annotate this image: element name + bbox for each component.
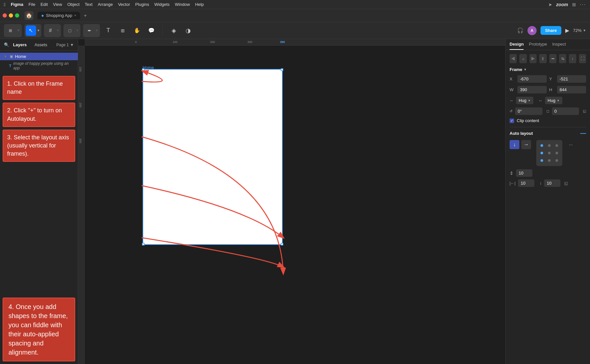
vector-menu[interactable]: Vector [118, 2, 130, 7]
align-middle[interactable]: ━ [549, 54, 556, 63]
maximize-window[interactable] [15, 13, 19, 18]
align-dot-tc [548, 144, 551, 147]
share-button[interactable]: Share [541, 26, 561, 35]
step1-text: 1. Click on the Frame name [7, 80, 63, 95]
align-left[interactable]: ⫷ [510, 54, 517, 63]
frame-handle-br[interactable] [281, 243, 283, 245]
distribute-v[interactable]: ↕ [569, 54, 576, 63]
inspect-tab[interactable]: Inspect [552, 42, 566, 50]
zoom-control[interactable]: 72% ▼ [573, 28, 586, 33]
autolayout-more-button[interactable]: ··· [566, 140, 575, 149]
text-layer-item[interactable]: T image of happy people using an app [0, 60, 78, 71]
padding-corner-icon: ◱ [564, 181, 568, 186]
hug-y-arrows: ↔ [539, 98, 542, 103]
widgets-menu[interactable]: Widgets [154, 2, 170, 7]
tool-group-select: ⊞ ▼ [4, 24, 22, 37]
align-center-h[interactable]: ⬦ [519, 54, 527, 63]
move-tool[interactable]: ↖ [26, 25, 36, 36]
frame-handle-bl[interactable] [142, 243, 145, 245]
frame-handle-tr[interactable] [281, 68, 283, 71]
direction-right-button[interactable]: → [521, 140, 531, 149]
arrange-menu[interactable]: Arrange [98, 2, 113, 7]
figma-menu[interactable]: Figma [11, 2, 23, 7]
hug-x-value[interactable]: Hug ▼ [516, 97, 533, 104]
clip-content-label: Clip content [517, 118, 539, 123]
components-tool[interactable]: ⊞ [117, 25, 129, 36]
rotation-value[interactable]: 0° [515, 107, 542, 115]
text-menu[interactable]: Text [85, 2, 92, 7]
align-dot-mc [548, 152, 551, 154]
x-value[interactable]: -670 [517, 75, 547, 83]
toolbar: ⊞ ▼ ↖ ▼ # ▼ □ ▼ ✒ ▼ T ⊞ ✋ 💬 ◈ ◑ 🎧 A Shar… [0, 22, 590, 39]
home-layer-item[interactable]: ▼ ▣ Home [0, 53, 78, 60]
h-value[interactable]: 844 [557, 86, 586, 93]
user-avatar[interactable]: A [527, 26, 537, 35]
page-selector[interactable]: Page 1 ▼ [56, 43, 74, 47]
frame-handle-tl[interactable] [142, 68, 145, 71]
pen-tool[interactable]: ✒ [84, 25, 95, 36]
search-icon[interactable]: 🔍 [4, 42, 9, 47]
right-panel: Design Prototype Inspect ⫷ ⬦ ⫸ ⫴ ━ ⇆ ↕ ⛶… [505, 39, 590, 364]
component-tool[interactable]: ⊞ [5, 25, 16, 36]
layers-tab[interactable]: Layers [12, 42, 28, 48]
help-menu[interactable]: Help [195, 2, 204, 7]
headphones-icon[interactable]: 🎧 [517, 27, 524, 34]
clip-content-checkbox[interactable]: ✓ [510, 119, 514, 123]
more-menu[interactable]: ··· [580, 2, 586, 7]
menu-bar:  Figma File Edit View Object Text Arran… [0, 0, 590, 9]
direction-down-button[interactable]: ↓ [510, 140, 519, 149]
window-menu[interactable]: Window [175, 2, 190, 7]
home-button[interactable]: 🏠 [24, 11, 34, 20]
tab-bar: 🏠 ◆ Shopping App × + [0, 9, 590, 22]
w-label: W [510, 87, 515, 92]
instruction-box-3: 3. Select the layout axis (usually verti… [3, 130, 75, 162]
prototype-tab[interactable]: Prototype [529, 42, 547, 50]
corner-radius-value[interactable]: 0 [552, 107, 579, 115]
close-window[interactable] [3, 13, 7, 18]
rotation-row: ↺ 0° ◻ 0 ◱ [510, 107, 586, 115]
frame-section-title: Frame ▼ [510, 67, 586, 72]
tool-group-shape: □ ▼ [63, 24, 80, 37]
padding-h-value[interactable]: 10 [518, 179, 534, 187]
alignment-grid[interactable] [536, 140, 562, 166]
align-top[interactable]: ⫴ [539, 54, 546, 63]
frame-tool[interactable]: # [45, 25, 56, 36]
page-chevron: ▼ [70, 43, 74, 47]
canvas-frame[interactable] [143, 69, 283, 245]
page-name: Page 1 [56, 43, 69, 47]
file-menu[interactable]: File [28, 2, 35, 7]
plugins-menu[interactable]: Plugins [135, 2, 149, 7]
assets-tab[interactable]: Assets [33, 42, 49, 48]
text-tool[interactable]: T [103, 25, 114, 36]
shape-tool[interactable]: □ [65, 25, 75, 36]
color-tool[interactable]: ◑ [182, 25, 194, 36]
frame-chevron: ▼ [524, 68, 527, 71]
edit-menu[interactable]: Edit [40, 2, 48, 7]
design-tab[interactable]: Design [510, 42, 524, 50]
w-value[interactable]: 390 [517, 86, 547, 93]
autolayout-remove-button[interactable]: — [580, 130, 586, 137]
align-dot-tl [541, 144, 543, 147]
object-menu[interactable]: Object [67, 2, 80, 7]
y-value[interactable]: -521 [557, 75, 586, 83]
hug-y-label: Hug [548, 98, 555, 103]
canvas-area[interactable]: 0 100 200 300 390 100 200 300 Home [78, 39, 505, 364]
align-right[interactable]: ⫸ [529, 54, 537, 63]
constraint-tool[interactable]: ◈ [168, 25, 180, 36]
hand-tool[interactable]: ✋ [131, 25, 143, 36]
clip-content-row: ✓ Clip content [510, 118, 586, 123]
minimize-window[interactable] [9, 13, 13, 18]
view-menu[interactable]: View [53, 2, 62, 7]
hug-y-value[interactable]: Hug ▼ [545, 97, 562, 104]
gap-value[interactable]: 10 [516, 169, 532, 177]
expand-icon[interactable]: ⛶ [579, 54, 586, 63]
comment-tool[interactable]: 💬 [146, 25, 157, 36]
alignment-row: ⫷ ⬦ ⫸ ⫴ ━ ⇆ ↕ ⛶ [510, 54, 586, 63]
padding-v-value[interactable]: 10 [544, 179, 560, 187]
new-tab-button[interactable]: + [81, 12, 89, 20]
ruler-horizontal: 0 100 200 300 390 [85, 39, 505, 46]
shopping-app-tab[interactable]: ◆ Shopping App × [37, 12, 80, 19]
present-button[interactable]: ▶ [565, 27, 569, 34]
tab-close-button[interactable]: × [74, 14, 76, 17]
distribute-h[interactable]: ⇆ [559, 54, 566, 63]
